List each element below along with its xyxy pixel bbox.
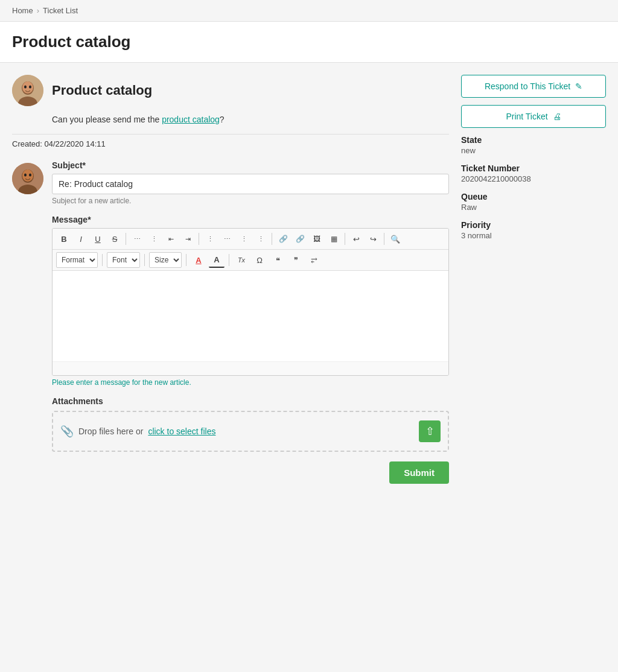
drop-zone-left: 📎 Drop files here or click to select fil…	[60, 425, 215, 438]
ticket-divider	[12, 134, 449, 135]
ticket-created: Created: 04/22/2020 14:11	[12, 139, 449, 148]
breadcrumb-home[interactable]: Home	[12, 6, 33, 15]
page-title: Product catalog	[12, 33, 606, 51]
state-value: new	[461, 146, 606, 155]
printer-icon: 🖨	[553, 112, 561, 121]
size-select[interactable]: Size	[149, 252, 182, 268]
ticket-body-after: ?	[220, 115, 225, 124]
attachments-section: Attachments 📎 Drop files here or click t…	[52, 396, 449, 452]
clear-format-btn[interactable]: Tx	[234, 252, 249, 268]
format-select[interactable]: Format	[56, 252, 98, 268]
bold-btn[interactable]: B	[56, 231, 72, 247]
search-btn[interactable]: 🔍	[387, 231, 403, 247]
message-section: Message* B I U S ⋯ ⋮ ⇤ ⇥	[52, 215, 449, 387]
resize-handle-icon	[430, 363, 446, 374]
queue-value: Raw	[461, 203, 606, 212]
respond-btn[interactable]: Respond to This Ticket ✎	[461, 75, 606, 98]
right-column: Respond to This Ticket ✎ Print Ticket 🖨 …	[461, 75, 606, 484]
sep1	[126, 233, 126, 245]
strike-btn[interactable]: S	[107, 231, 123, 247]
align-right-btn[interactable]: ⋮	[236, 231, 252, 247]
editor-body[interactable]	[53, 271, 448, 361]
priority-label: Priority	[461, 220, 606, 230]
sep9	[229, 254, 229, 266]
drop-text: Drop files here or	[78, 426, 143, 436]
breadcrumb-bar: Home › Ticket List	[0, 0, 618, 22]
editor-resize	[53, 361, 448, 375]
created-value: 04/22/2020 14:11	[45, 139, 106, 148]
ul-btn[interactable]: ⋮	[146, 231, 162, 247]
upload-btn[interactable]: ⇧	[419, 420, 441, 442]
align-left-btn[interactable]: ⋮	[202, 231, 218, 247]
pencil-icon: ✎	[575, 81, 582, 91]
unlink-btn[interactable]: 🔗	[292, 231, 308, 247]
sep7	[144, 254, 145, 266]
subject-hint: Subject for a new article.	[52, 197, 449, 205]
avatar-2	[12, 163, 43, 194]
print-btn[interactable]: Print Ticket 🖨	[461, 105, 606, 128]
sep5	[384, 233, 384, 245]
queue-label: Queue	[461, 192, 606, 201]
sep2	[199, 233, 199, 245]
redo-btn[interactable]: ↪	[365, 231, 381, 247]
font-select[interactable]: Font	[107, 252, 140, 268]
special-char-btn[interactable]: Ω	[252, 252, 267, 268]
message-hint: Please enter a message for the new artic…	[52, 378, 449, 387]
breadcrumb-ticket-list[interactable]: Ticket List	[43, 6, 78, 15]
ticket-number-meta: Ticket Number 2020042210000038	[461, 163, 606, 183]
svg-point-4	[24, 86, 27, 89]
message-editor: B I U S ⋯ ⋮ ⇤ ⇥ ⋮ ⋯ ⋮	[52, 228, 449, 376]
page-title-bar: Product catalog	[0, 22, 618, 63]
ticket-number-value: 2020042210000038	[461, 174, 606, 183]
font-color-btn[interactable]: A	[191, 252, 206, 268]
print-btn-label: Print Ticket	[506, 112, 547, 121]
message-label: Message*	[52, 215, 449, 224]
ticket-header: Product catalog	[12, 75, 449, 106]
indent-inc-btn[interactable]: ⇥	[180, 231, 196, 247]
sep8	[186, 254, 186, 266]
submit-btn[interactable]: Submit	[389, 461, 449, 484]
breadcrumb: Home › Ticket List	[12, 6, 606, 15]
created-label: Created:	[12, 139, 42, 148]
bg-color-btn[interactable]: A	[209, 252, 225, 268]
subject-input[interactable]	[52, 174, 449, 194]
fullscreen-btn[interactable]: ⥂	[306, 252, 322, 268]
toolbar-row2: Format Font Size A A	[53, 250, 448, 271]
ticket-body-text: Can you please send me the	[52, 115, 162, 124]
ticket-title: Product catalog	[52, 83, 152, 98]
submit-row: Submit	[52, 461, 449, 484]
main-content: Product catalog Can you please send me t…	[0, 63, 618, 496]
link-btn[interactable]: 🔗	[275, 231, 291, 247]
quote-btn[interactable]: ❝	[270, 252, 285, 268]
ticket-body-link[interactable]: product catalog	[162, 115, 220, 124]
ticket-body: Can you please send me the product catal…	[52, 115, 449, 124]
sep6	[102, 254, 103, 266]
svg-point-5	[29, 86, 31, 89]
drop-zone[interactable]: 📎 Drop files here or click to select fil…	[52, 411, 449, 452]
ol-btn[interactable]: ⋯	[129, 231, 145, 247]
reply-form: Subject* Subject for a new article. Mess…	[52, 160, 449, 484]
table-btn[interactable]: ▦	[326, 231, 342, 247]
state-label: State	[461, 135, 606, 145]
svg-point-11	[29, 174, 31, 177]
reply-form-row: Subject* Subject for a new article. Mess…	[12, 160, 449, 484]
toolbar-row1: B I U S ⋯ ⋮ ⇤ ⇥ ⋮ ⋯ ⋮	[53, 229, 448, 250]
priority-meta: Priority 3 normal	[461, 220, 606, 240]
undo-btn[interactable]: ↩	[348, 231, 364, 247]
indent-dec-btn[interactable]: ⇤	[163, 231, 179, 247]
image-btn[interactable]: 🖼	[309, 231, 325, 247]
queue-meta: Queue Raw	[461, 192, 606, 212]
paperclip-icon: 📎	[60, 425, 74, 438]
sep4	[345, 233, 345, 245]
align-justify-btn[interactable]: ⋮	[253, 231, 269, 247]
unquote-btn[interactable]: ❞	[288, 252, 304, 268]
state-meta: State new	[461, 135, 606, 155]
drop-link[interactable]: click to select files	[148, 426, 215, 436]
underline-btn[interactable]: U	[90, 231, 106, 247]
align-center-btn[interactable]: ⋯	[219, 231, 235, 247]
attachments-label: Attachments	[52, 396, 449, 406]
sidebar-meta: State new Ticket Number 2020042210000038…	[461, 135, 606, 240]
italic-btn[interactable]: I	[73, 231, 89, 247]
subject-label: Subject*	[52, 160, 449, 170]
sep3	[272, 233, 272, 245]
